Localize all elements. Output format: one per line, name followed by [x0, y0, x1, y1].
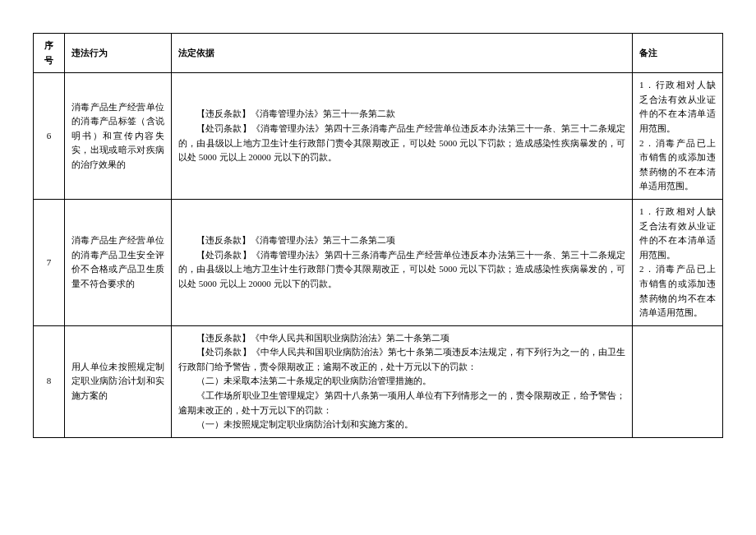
- cell-note: 1．行政相对人缺乏合法有效从业证件的不在本清单适用范围。 2．消毒产品已上市销售…: [633, 73, 723, 200]
- basis-line: （一）未按照规定制定职业病防治计划和实施方案的。: [178, 417, 625, 432]
- note-item: 1．行政相对人缺乏合法有效从业证件的不在本清单适用范围。: [639, 205, 716, 262]
- cell-note: 1．行政相对人缺乏合法有效从业证件的不在本清单适用范围。 2．消毒产品已上市销售…: [633, 199, 723, 325]
- header-row: 序号 违法行为 法定依据 备注: [34, 34, 723, 73]
- note-item: 2．消毒产品已上市销售的或添加违禁药物的不在本清单适用范围。: [639, 136, 716, 194]
- header-basis: 法定依据: [172, 34, 633, 73]
- cell-num: 7: [34, 199, 65, 325]
- table-row: 7 消毒产品生产经营单位的消毒产品卫生安全评价不合格或产品卫生质量不符合要求的 …: [34, 199, 723, 325]
- cell-basis: 【违反条款】《中华人民共和国职业病防治法》第二十条第二项 【处罚条款】《中华人民…: [172, 325, 633, 437]
- header-num: 序号: [34, 34, 65, 73]
- table-row: 8 用人单位未按照规定制定职业病防治计划和实施方案的 【违反条款】《中华人民共和…: [34, 325, 723, 437]
- cell-num: 8: [34, 325, 65, 437]
- cell-action: 消毒产品生产经营单位的消毒产品卫生安全评价不合格或产品卫生质量不符合要求的: [65, 199, 172, 325]
- cell-note: [633, 325, 723, 437]
- basis-line: 【违反条款】《消毒管理办法》第三十一条第二款: [178, 107, 625, 122]
- note-item: 1．行政相对人缺乏合法有效从业证件的不在本清单适用范围。: [639, 78, 716, 136]
- table-row: 6 消毒产品生产经营单位的消毒产品标签（含说明书）和宣传内容失实，出现或暗示对疾…: [34, 73, 723, 200]
- regulation-table: 序号 违法行为 法定依据 备注 6 消毒产品生产经营单位的消毒产品标签（含说明书…: [33, 33, 723, 438]
- basis-line: 《工作场所职业卫生管理规定》第四十八条第一项用人单位有下列情形之一的，责令限期改…: [178, 389, 625, 417]
- note-item: 2．消毒产品已上市销售的或添加违禁药物的均不在本清单适用范围。: [639, 262, 716, 320]
- header-action: 违法行为: [65, 34, 172, 73]
- basis-line: 【处罚条款】《消毒管理办法》第四十三条消毒产品生产经营单位违反本办法第三十一条、…: [178, 248, 625, 292]
- cell-num: 6: [34, 73, 65, 200]
- basis-line: 【违反条款】《消毒管理办法》第三十二条第二项: [178, 233, 625, 248]
- basis-line: 【处罚条款】《中华人民共和国职业病防治法》第七十条第二项违反本法规定，有下列行为…: [178, 345, 625, 374]
- cell-action: 用人单位未按照规定制定职业病防治计划和实施方案的: [65, 325, 172, 437]
- cell-action: 消毒产品生产经营单位的消毒产品标签（含说明书）和宣传内容失实，出现或暗示对疾病的…: [65, 73, 172, 200]
- basis-line: 【违反条款】《中华人民共和国职业病防治法》第二十条第二项: [178, 331, 625, 346]
- basis-line: 【处罚条款】《消毒管理办法》第四十三条消毒产品生产经营单位违反本办法第三十一条、…: [178, 122, 625, 165]
- header-note: 备注: [633, 34, 723, 73]
- cell-basis: 【违反条款】《消毒管理办法》第三十二条第二项 【处罚条款】《消毒管理办法》第四十…: [172, 199, 633, 325]
- basis-line: （二）未采取本法第二十条规定的职业病防治管理措施的。: [178, 374, 625, 389]
- cell-basis: 【违反条款】《消毒管理办法》第三十一条第二款 【处罚条款】《消毒管理办法》第四十…: [172, 73, 633, 200]
